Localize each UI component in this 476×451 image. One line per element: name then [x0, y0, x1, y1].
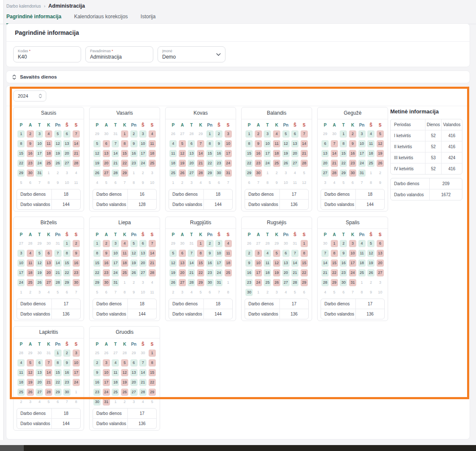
day-rugpj-tis-25[interactable]: 25 — [225, 269, 232, 276]
day-gegu-14[interactable]: 14 — [331, 150, 338, 157]
day-lapkritis-9[interactable]: 9 — [63, 359, 70, 366]
day-liepa-2[interactable]: 2 — [103, 240, 110, 247]
day-rugs-jis-8[interactable]: 8 — [301, 250, 308, 257]
day-vasaris-18[interactable]: 18 — [149, 150, 156, 157]
day-sausis-15[interactable]: 15 — [17, 150, 25, 157]
day-kovas-23[interactable]: 23 — [215, 160, 223, 167]
day-rugs-jis-4[interactable]: 4 — [264, 250, 271, 257]
day-gegu-12[interactable]: 12 — [377, 140, 384, 147]
field-kodas[interactable]: Kodas *K40 — [13, 46, 81, 62]
day-liepa-5[interactable]: 5 — [130, 240, 138, 247]
day-balandis-15[interactable]: 15 — [245, 150, 253, 157]
day-kovas-29[interactable]: 29 — [206, 169, 214, 177]
day-lapkritis-28[interactable]: 28 — [45, 389, 52, 396]
day-rugpj-tis-14[interactable]: 14 — [188, 259, 195, 267]
day-kovas-2[interactable]: 2 — [215, 130, 223, 138]
day-lapkritis-15[interactable]: 15 — [54, 369, 62, 376]
day-rugs-jis-26[interactable]: 26 — [273, 279, 280, 286]
day-sausis-29[interactable]: 29 — [17, 169, 25, 177]
day-lapkritis-22[interactable]: 22 — [54, 379, 62, 386]
day-vasaris-14[interactable]: 14 — [112, 150, 119, 157]
day-sausis-11[interactable]: 11 — [45, 140, 52, 147]
day-liepa-14[interactable]: 14 — [149, 250, 156, 257]
day-kovas-15[interactable]: 15 — [206, 150, 214, 157]
day-gegu-8[interactable]: 8 — [340, 140, 347, 147]
day-liepa-20[interactable]: 20 — [139, 259, 146, 267]
day-kovas-6[interactable]: 6 — [188, 140, 195, 147]
day-sausis-6[interactable]: 6 — [63, 130, 70, 138]
day-bir-elis-20[interactable]: 20 — [45, 269, 52, 276]
day-sausis-13[interactable]: 13 — [63, 140, 70, 147]
day-kovas-20[interactable]: 20 — [188, 160, 195, 167]
day-spalis-16[interactable]: 16 — [340, 259, 347, 267]
day-lapkritis-6[interactable]: 6 — [36, 359, 43, 366]
day-sausis-2[interactable]: 2 — [27, 130, 34, 138]
day-rugs-jis-5[interactable]: 5 — [273, 250, 280, 257]
day-kovas-27[interactable]: 27 — [188, 169, 195, 177]
day-kovas-7[interactable]: 7 — [197, 140, 204, 147]
day-sausis-1[interactable]: 1 — [17, 130, 25, 138]
day-rugs-jis-29[interactable]: 29 — [301, 279, 308, 286]
day-spalis-20[interactable]: 20 — [377, 259, 384, 267]
day-liepa-19[interactable]: 19 — [130, 259, 138, 267]
day-spalis-26[interactable]: 26 — [367, 269, 375, 276]
day-liepa-30[interactable]: 30 — [103, 279, 110, 286]
day-sausis-20[interactable]: 20 — [63, 150, 70, 157]
day-lapkritis-19[interactable]: 19 — [27, 379, 34, 386]
day-lapkritis-12[interactable]: 12 — [27, 369, 34, 376]
day-liepa-1[interactable]: 1 — [93, 240, 101, 247]
day-spalis-12[interactable]: 12 — [367, 250, 375, 257]
day-balandis-23[interactable]: 23 — [255, 160, 262, 167]
day-bir-elis-16[interactable]: 16 — [73, 259, 80, 267]
day-spalis-13[interactable]: 13 — [377, 250, 384, 257]
day-vasaris-17[interactable]: 17 — [139, 150, 146, 157]
day-spalis-29[interactable]: 29 — [331, 279, 338, 286]
day-spalis-31[interactable]: 31 — [349, 279, 356, 286]
day-bir-elis-8[interactable]: 8 — [63, 250, 70, 257]
day-kovas-14[interactable]: 14 — [197, 150, 204, 157]
day-rugpj-tis-23[interactable]: 23 — [206, 269, 214, 276]
day-lapkritis-30[interactable]: 30 — [63, 389, 70, 396]
day-gruodis-24[interactable]: 24 — [103, 389, 110, 396]
day-gegu-26[interactable]: 26 — [377, 160, 384, 167]
day-sausis-26[interactable]: 26 — [54, 160, 62, 167]
day-sausis-7[interactable]: 7 — [73, 130, 80, 138]
day-gruodis-28[interactable]: 28 — [139, 389, 146, 396]
day-liepa-27[interactable]: 27 — [139, 269, 146, 276]
day-balandis-29[interactable]: 29 — [245, 169, 253, 177]
day-kovas-12[interactable]: 12 — [179, 150, 186, 157]
day-gegu-15[interactable]: 15 — [340, 150, 347, 157]
day-liepa-31[interactable]: 31 — [112, 279, 119, 286]
tab-kalendoriaus-korekcijos[interactable]: Kalendoriaus korekcijos — [74, 11, 128, 24]
day-gegu-28[interactable]: 28 — [331, 169, 338, 177]
day-lapkritis-27[interactable]: 27 — [36, 389, 43, 396]
day-lapkritis-25[interactable]: 25 — [17, 389, 25, 396]
day-spalis-14[interactable]: 14 — [321, 259, 329, 267]
day-rugpj-tis-24[interactable]: 24 — [215, 269, 223, 276]
day-rugpj-tis-5[interactable]: 5 — [169, 250, 177, 257]
day-spalis-30[interactable]: 30 — [340, 279, 347, 286]
day-rugs-jis-27[interactable]: 27 — [282, 279, 290, 286]
day-gruodis-16[interactable]: 16 — [93, 379, 101, 386]
day-gruodis-15[interactable]: 15 — [149, 369, 156, 376]
day-rugs-jis-13[interactable]: 13 — [282, 259, 290, 267]
day-rugpj-tis-6[interactable]: 6 — [179, 250, 186, 257]
day-kovas-25[interactable]: 25 — [169, 169, 177, 177]
day-vasaris-28[interactable]: 28 — [112, 169, 119, 177]
day-kovas-11[interactable]: 11 — [169, 150, 177, 157]
day-bir-elis-11[interactable]: 11 — [27, 259, 34, 267]
day-kovas-21[interactable]: 21 — [197, 160, 204, 167]
day-gruodis-10[interactable]: 10 — [103, 369, 110, 376]
day-gegu-31[interactable]: 31 — [358, 169, 366, 177]
day-bir-elis-15[interactable]: 15 — [63, 259, 70, 267]
day-kovas-19[interactable]: 19 — [179, 160, 186, 167]
day-kovas-10[interactable]: 10 — [225, 140, 232, 147]
day-balandis-30[interactable]: 30 — [255, 169, 262, 177]
day-rugs-jis-24[interactable]: 24 — [255, 279, 262, 286]
day-gruodis-18[interactable]: 18 — [112, 379, 119, 386]
day-rugs-jis-23[interactable]: 23 — [245, 279, 253, 286]
day-lapkritis-7[interactable]: 7 — [45, 359, 52, 366]
day-rugpj-tis-27[interactable]: 27 — [179, 279, 186, 286]
day-spalis-17[interactable]: 17 — [349, 259, 356, 267]
day-sausis-12[interactable]: 12 — [54, 140, 62, 147]
